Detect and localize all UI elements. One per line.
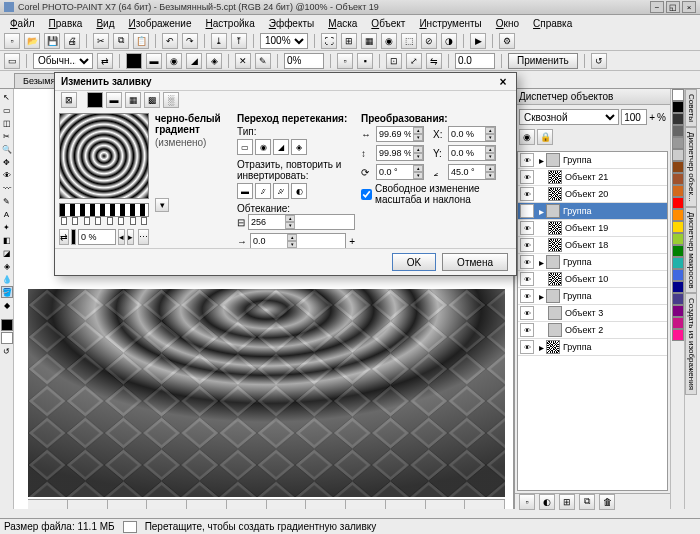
rotate-input[interactable]: ▴▾	[376, 164, 424, 180]
redeye-tool[interactable]: 👁	[1, 169, 13, 181]
color-swatch[interactable]	[672, 221, 684, 233]
visibility-icon[interactable]: 👁	[520, 340, 534, 354]
menu-вид[interactable]: Вид	[90, 17, 120, 30]
fill-conical-button[interactable]: ◢	[186, 53, 202, 69]
menu-изображение[interactable]: Изображение	[122, 17, 197, 30]
minimize-button[interactable]: −	[650, 1, 664, 13]
fill-none-icon[interactable]: ⊠	[61, 92, 77, 108]
skew-input[interactable]: ▴▾	[448, 164, 496, 180]
layer-row[interactable]: 👁Объект 21	[518, 169, 667, 186]
layer-row[interactable]: 👁Объект 19	[518, 220, 667, 237]
path-tool[interactable]: ✦	[1, 221, 13, 233]
opacity-field[interactable]: 0%	[284, 53, 324, 69]
fill-texture-icon[interactable]: ░	[163, 92, 179, 108]
lock-button[interactable]: 🔒	[537, 129, 553, 145]
color-swatch[interactable]	[672, 293, 684, 305]
close-button[interactable]: ×	[682, 1, 696, 13]
layer-row[interactable]: 👁Объект 18	[518, 237, 667, 254]
x-button[interactable]: ✕	[235, 53, 251, 69]
repeat-mirror-icon[interactable]: ⫽	[255, 183, 271, 199]
save-button[interactable]: 💾	[44, 33, 60, 49]
new-button[interactable]: ▫	[4, 33, 20, 49]
color-swatch[interactable]	[672, 305, 684, 317]
free-scale-checkbox[interactable]: Свободное изменение масштаба и наклона	[361, 183, 512, 205]
y-input[interactable]: ▴▾	[448, 145, 496, 161]
node-left-icon[interactable]: ◂	[118, 229, 125, 245]
edit-fill-button[interactable]: ✎	[255, 53, 271, 69]
launch-button[interactable]: ▶	[470, 33, 486, 49]
flip-button[interactable]: ⇋	[426, 53, 442, 69]
expand-icon[interactable]: ▸	[536, 342, 546, 353]
fill-fountain-icon[interactable]: ▬	[106, 92, 122, 108]
color-swatch[interactable]	[672, 317, 684, 329]
menu-правка[interactable]: Правка	[43, 17, 89, 30]
cancel-button[interactable]: Отмена	[442, 253, 508, 271]
rulers-button[interactable]: ⊞	[341, 33, 357, 49]
dropshadow-tool[interactable]: ◪	[1, 247, 13, 259]
transparency-tool[interactable]: ◈	[1, 260, 13, 272]
mode1-button[interactable]: ▫	[337, 53, 353, 69]
mask-button[interactable]: ◉	[381, 33, 397, 49]
clear-mask-button[interactable]: ⊘	[421, 33, 437, 49]
menu-инструменты[interactable]: Инструменты	[413, 17, 487, 30]
color-swatch[interactable]	[672, 125, 684, 137]
restore-button[interactable]: ◱	[666, 1, 680, 13]
fill-square-button[interactable]: ◈	[206, 53, 222, 69]
expand-icon[interactable]: ▸	[536, 291, 546, 302]
anti-alias-button[interactable]: ⊡	[386, 53, 402, 69]
fill-tool[interactable]: 🪣	[1, 286, 13, 298]
fill-pattern-icon[interactable]: ▦	[125, 92, 141, 108]
fill-linear-button[interactable]: ▬	[146, 53, 162, 69]
color-swatch[interactable]	[672, 281, 684, 293]
bg-swatch[interactable]	[1, 332, 13, 344]
effect-tool[interactable]: ✎	[1, 195, 13, 207]
visibility-icon[interactable]: 👁	[520, 323, 534, 337]
menu-окно[interactable]: Окно	[490, 17, 525, 30]
menu-справка[interactable]: Справка	[527, 17, 578, 30]
node-right-icon[interactable]: ▸	[127, 229, 134, 245]
swap-colors-icon[interactable]: ↺	[1, 345, 13, 357]
layer-row[interactable]: 👁▸Группа	[518, 203, 667, 220]
expand-icon[interactable]: ▸	[536, 257, 546, 268]
cut-button[interactable]: ✂	[93, 33, 109, 49]
color-swatch[interactable]	[672, 173, 684, 185]
gradient-strip[interactable]	[59, 203, 149, 217]
zoom-combo[interactable]: 100%	[260, 33, 308, 49]
swap-button[interactable]: ⇄	[97, 53, 113, 69]
preset-button[interactable]: ▭	[4, 53, 20, 69]
layer-row[interactable]: 👁▸Группа	[518, 152, 667, 169]
color-swatch[interactable]	[672, 89, 684, 101]
plus-icon2[interactable]: +	[349, 236, 355, 247]
expand-icon[interactable]: ▸	[536, 155, 546, 166]
x-input[interactable]: ▴▾	[448, 126, 496, 142]
visibility-icon[interactable]: 👁	[520, 153, 534, 167]
mask-rect-tool[interactable]: ▭	[1, 104, 13, 116]
visibility-icon[interactable]: 👁	[520, 289, 534, 303]
node-opacity-input[interactable]	[78, 229, 116, 245]
zoom-tool[interactable]: 🔍	[1, 143, 13, 155]
blend-mode-combo[interactable]: Сквозной	[519, 109, 619, 125]
plus-icon[interactable]: +	[649, 112, 655, 123]
layer-row[interactable]: 👁▸Группа	[518, 288, 667, 305]
visibility-icon[interactable]: 👁	[520, 221, 534, 235]
height-input[interactable]: ▴▾	[376, 145, 424, 161]
type-conical-icon[interactable]: ◢	[273, 139, 289, 155]
invert-mask-button[interactable]: ◑	[441, 33, 457, 49]
color-swatch[interactable]	[672, 113, 684, 125]
print-button[interactable]: 🖨	[64, 33, 80, 49]
menu-маска[interactable]: Маска	[322, 17, 363, 30]
menu-файл[interactable]: Файл	[4, 17, 41, 30]
color-swatch[interactable]	[672, 209, 684, 221]
layer-row[interactable]: 👁▸Группа	[518, 339, 667, 356]
layer-list[interactable]: 👁▸Группа👁Объект 21👁Объект 20👁▸Группа👁Объ…	[517, 151, 668, 491]
expand-icon[interactable]: ▸	[536, 206, 546, 217]
arrow-input[interactable]: ▴▾	[250, 233, 346, 249]
swatch-dropdown-icon[interactable]: ▾	[155, 198, 169, 212]
liquid-tool[interactable]: 〰	[1, 182, 13, 194]
fill-radial-button[interactable]: ◉	[166, 53, 182, 69]
style-combo[interactable]: Обычн...	[33, 53, 93, 69]
interactive-fill-tool[interactable]: ◆	[1, 299, 13, 311]
dialog-close-button[interactable]: ×	[496, 75, 510, 89]
menu-настройка[interactable]: Настройка	[199, 17, 260, 30]
visibility-icon[interactable]: 👁	[520, 306, 534, 320]
